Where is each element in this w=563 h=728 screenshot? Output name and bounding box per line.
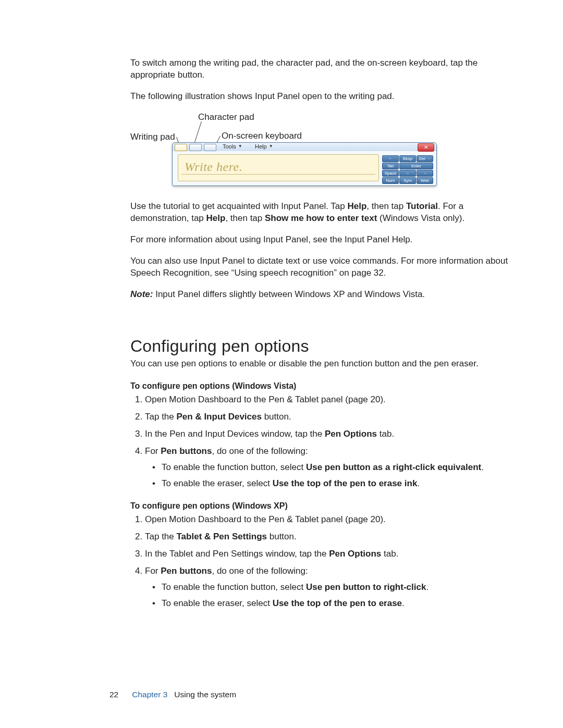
chevron-down-icon: ▼ — [269, 144, 273, 149]
list-item: In the Tablet and Pen Settings window, t… — [145, 548, 516, 560]
key-enter[interactable]: Enter — [399, 163, 433, 169]
chevron-down-icon: ▼ — [238, 144, 242, 149]
page: To switch among the writing pad, the cha… — [0, 0, 563, 728]
key-del[interactable]: Del→ — [417, 155, 433, 162]
key-bksp-arrow[interactable]: ← — [382, 155, 399, 162]
page-footer: 22 Chapter 3 Using the system — [109, 690, 236, 699]
procedure-steps: Open Motion Dashboard to the Pen & Table… — [130, 514, 516, 610]
edit-key-cluster: ← Bksp Del→ Tab Enter Space ← → Num Sym … — [382, 155, 433, 184]
onscreen-keyboard-tab[interactable] — [204, 144, 216, 151]
section-heading: Configuring pen options — [130, 337, 516, 356]
callout-on-screen-kbd: On-screen keyboard — [222, 131, 302, 141]
body-text: To switch among the writing pad, the cha… — [130, 57, 516, 81]
input-panel-illustration: Writing pad Character pad On-screen keyb… — [130, 112, 438, 190]
list-item: To enable the eraser, select Use the top… — [151, 598, 516, 610]
key-tab[interactable]: Tab — [382, 163, 399, 169]
key-web[interactable]: Web — [417, 177, 433, 184]
character-pad-tab[interactable] — [189, 144, 202, 151]
menu-label: Tools — [223, 143, 236, 150]
writing-placeholder: Write here. — [178, 155, 378, 174]
writing-pad-tab[interactable] — [175, 144, 187, 151]
body-text: For more information about using Input P… — [130, 234, 516, 246]
procedure-heading-vista: To configure pen options (Windows Vista) — [130, 381, 516, 391]
list-item: To enable the eraser, select Use the top… — [151, 478, 516, 490]
tools-menu[interactable]: Tools ▼ — [223, 143, 242, 150]
key-space[interactable]: Space — [382, 170, 399, 177]
page-number: 22 — [109, 690, 118, 699]
chapter-title — [170, 690, 175, 699]
key-right[interactable]: → — [417, 170, 433, 177]
chapter-label: Chapter 3 — [132, 690, 167, 699]
key-num[interactable]: Num — [382, 177, 399, 184]
procedure-steps: Open Motion Dashboard to the Pen & Table… — [130, 394, 516, 490]
list-item: For Pen buttons, do one of the following… — [145, 446, 516, 490]
key-bksp[interactable]: Bksp — [399, 155, 416, 162]
input-panel-window: Tools ▼ Help ▼ ✕ Write here. ← Bksp Del→… — [172, 142, 437, 186]
list-item: To enable the function button, select Us… — [151, 462, 516, 474]
writing-area[interactable]: Write here. — [178, 154, 379, 181]
callout-character-pad: Character pad — [198, 112, 254, 122]
list-item: Tap the Pen & Input Devices button. — [145, 411, 516, 423]
list-item: Tap the Tablet & Pen Settings button. — [145, 531, 516, 543]
list-item: In the Pen and Input Devices window, tap… — [145, 428, 516, 440]
list-item: Open Motion Dashboard to the Pen & Table… — [145, 394, 516, 406]
note: Note: Input Panel differs slightly betwe… — [130, 289, 516, 301]
procedure-heading-xp: To configure pen options (Windows XP) — [130, 501, 516, 511]
body-text: You can also use Input Panel to dictate … — [130, 255, 516, 279]
key-sym[interactable]: Sym — [399, 177, 416, 184]
list-item: Open Motion Dashboard to the Pen & Table… — [145, 514, 516, 526]
help-menu[interactable]: Help ▼ — [255, 143, 273, 150]
key-left[interactable]: ← — [399, 170, 416, 177]
close-button[interactable]: ✕ — [418, 143, 434, 152]
note-label: Note: — [130, 289, 153, 299]
menu-label: Help — [255, 143, 267, 150]
body-text: You can use pen options to enable or dis… — [130, 358, 516, 370]
list-item: For Pen buttons, do one of the following… — [145, 565, 516, 610]
body-text: The following illustration shows Input P… — [130, 91, 516, 103]
list-item: To enable the function button, select Us… — [151, 582, 516, 594]
callout-writing-pad: Writing pad — [130, 132, 175, 142]
body-text: Use the tutorial to get acquainted with … — [130, 201, 516, 225]
